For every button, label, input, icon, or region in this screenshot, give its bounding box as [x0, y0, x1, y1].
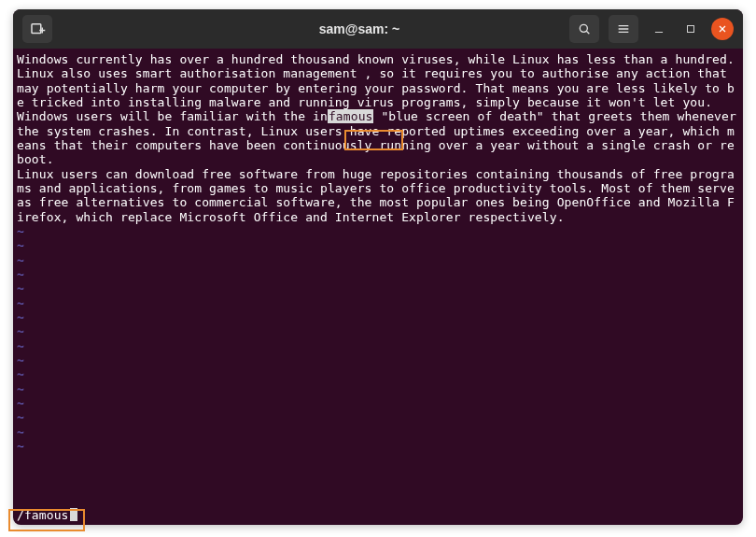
empty-line-tilde: ~ [17, 339, 737, 353]
vi-command-line[interactable]: /famous [17, 508, 737, 523]
empty-line-tilde: ~ [17, 439, 737, 453]
paragraph-2: Windows users will be familiar with the … [17, 109, 737, 166]
empty-line-tilde: ~ [17, 425, 737, 439]
minimize-button[interactable] [648, 18, 670, 40]
text-before-match: Windows users will be familiar with the … [17, 109, 328, 123]
svg-rect-9 [688, 26, 694, 33]
empty-line-tilde: ~ [17, 224, 737, 238]
search-button[interactable] [569, 15, 599, 43]
empty-line-tilde: ~ [17, 267, 737, 281]
empty-line-tilde: ~ [17, 310, 737, 324]
svg-point-3 [580, 24, 587, 32]
svg-line-4 [586, 31, 589, 34]
new-tab-button[interactable] [22, 15, 52, 43]
close-button[interactable] [711, 18, 734, 40]
empty-line-tilde: ~ [17, 296, 737, 310]
svg-rect-0 [32, 24, 41, 34]
empty-line-tilde: ~ [17, 367, 737, 381]
paragraph-3: Linux users can download free software f… [17, 167, 737, 224]
terminal-window: sam@sam: ~ [13, 9, 743, 525]
empty-line-tilde: ~ [17, 281, 737, 295]
paragraph-1: Windows currently has over a hundred tho… [17, 52, 737, 109]
empty-line-tilde: ~ [17, 396, 737, 410]
maximize-button[interactable] [679, 18, 702, 40]
empty-line-tilde: ~ [17, 238, 737, 252]
titlebar: sam@sam: ~ [13, 9, 743, 49]
empty-line-tilde: ~ [17, 353, 737, 367]
empty-line-tilde: ~ [17, 382, 737, 396]
search-match-highlight: famous [328, 109, 374, 123]
empty-line-tilde: ~ [17, 324, 737, 338]
empty-line-tilde: ~ [17, 410, 737, 424]
cursor-block [70, 508, 77, 521]
hamburger-menu-button[interactable] [609, 15, 638, 43]
terminal-body[interactable]: Windows currently has over a hundred tho… [13, 49, 743, 525]
search-prefix: / [17, 508, 24, 522]
empty-line-tilde: ~ [17, 253, 737, 267]
search-pattern: famous [24, 508, 69, 522]
window-title: sam@sam: ~ [190, 21, 528, 36]
